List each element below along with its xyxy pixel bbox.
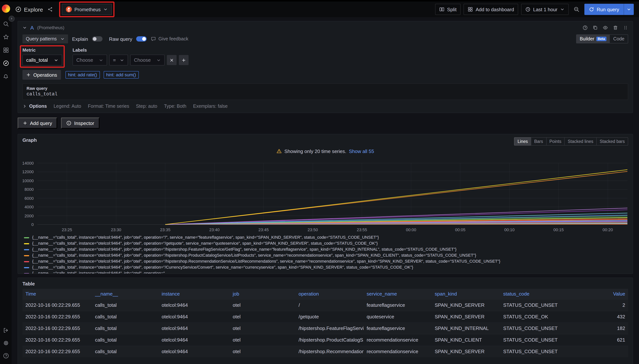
datasource-picker[interactable]: Prometheus (62, 4, 112, 15)
sidebar-signin-button[interactable] (3, 327, 9, 333)
query-hint-button[interactable]: hint: add rate() (65, 71, 100, 78)
show-all-series-link[interactable]: Show all 55 (349, 148, 374, 154)
legend-item[interactable]: {__name__="calls_total", instance="otelc… (24, 235, 628, 241)
builder-mode-button[interactable]: Builder Beta (576, 35, 610, 43)
query-patterns-dropdown[interactable]: Query patterns (22, 34, 68, 44)
metric-select[interactable]: calls_total (22, 54, 62, 66)
column-header-service-name[interactable]: service_name (364, 289, 432, 299)
sidebar-expand-button[interactable]: › (8, 16, 14, 22)
label-value-select[interactable]: Choose (130, 54, 164, 66)
column-header-job[interactable]: job (230, 289, 296, 299)
add-to-dashboard-button[interactable]: Add to dashboard (464, 4, 518, 15)
column-header-Time[interactable]: Time (22, 289, 92, 299)
dashboards-grid-icon (3, 47, 9, 53)
operations-label: Operations (33, 72, 57, 78)
sidebar-explore-button[interactable] (3, 60, 9, 66)
drag-handle[interactable] (623, 25, 628, 30)
legend-series-color (24, 261, 29, 262)
graph-mode-bars[interactable]: Bars (531, 137, 546, 146)
legend-item[interactable]: {__name__="calls_total", instance="otelc… (24, 241, 628, 247)
options-collapse[interactable]: Options (22, 104, 47, 109)
sidebar-dashboards-button[interactable] (3, 47, 9, 53)
graph-mode-lines[interactable]: Lines (514, 137, 531, 146)
chevron-down-icon (156, 58, 161, 62)
column-header-operation[interactable]: operation (296, 289, 364, 299)
run-query-button[interactable]: Run query (584, 4, 634, 15)
plus-icon (26, 72, 31, 77)
graph-mode-points[interactable]: Points (546, 137, 565, 146)
graph-style-switcher: LinesBarsPointsStacked linesStacked bars (514, 137, 628, 146)
column-header-Value[interactable]: Value (564, 289, 628, 299)
legend-item[interactable]: {__name__="calls_total", instance="otelc… (24, 253, 628, 259)
table-cell: SPAN_KIND_SERVER (432, 311, 500, 322)
add-label-filter-button[interactable] (179, 55, 188, 65)
add-query-button[interactable]: Add query (18, 118, 58, 129)
split-button[interactable]: Split (435, 4, 461, 15)
y-axis-labels: 02000400060008000100001200014000 (22, 160, 35, 227)
query-hint-button[interactable]: hint: add sum() (104, 71, 138, 78)
table-cell: SPAN_KIND_INTERNAL (432, 322, 500, 334)
table-row: 2022-10-16 00:22:29.655calls_totalotelco… (22, 299, 628, 311)
options-title: Options (29, 104, 47, 109)
legend-item[interactable]: {__name__="calls_total", instance="otelc… (24, 259, 628, 265)
raw-query-preview: Raw query calls_total (22, 84, 628, 100)
table-row: 2022-10-16 00:22:29.655calls_totalotelco… (22, 346, 628, 357)
query-option-summary: Exemplars: false (193, 104, 228, 109)
explain-toggle[interactable] (92, 36, 103, 42)
duplicate-query-button[interactable] (592, 25, 598, 30)
sidebar-alerting-button[interactable] (3, 73, 9, 79)
close-icon (170, 58, 174, 62)
warning-triangle-icon (276, 148, 282, 154)
sidebar-search-button[interactable] (3, 21, 9, 27)
collapse-chevron-icon[interactable] (22, 26, 27, 30)
query-ref-id: A (30, 25, 34, 31)
disable-query-button[interactable] (603, 25, 608, 30)
search-icon (3, 21, 9, 27)
legend-item[interactable]: {__name__="calls_total", instance="otelc… (24, 265, 628, 271)
zoom-out-time-button[interactable] (572, 6, 582, 12)
share-shortlink-button[interactable] (48, 7, 53, 12)
query-help-button[interactable] (582, 25, 588, 30)
chevron-down-icon (120, 58, 124, 62)
query-option-summary: Format: Time series (88, 104, 129, 109)
legend-item-partial[interactable]: {__name__="calls_total", instance="otelc… (24, 271, 628, 274)
label-name-placeholder: Choose (76, 57, 93, 63)
x-axis-labels: 23:2523:3023:3523:4023:4523:5023:5500:00… (38, 227, 628, 233)
column-header-status-code[interactable]: status_code (500, 289, 564, 299)
code-mode-button[interactable]: Code (610, 35, 628, 43)
sidebar-starred-button[interactable] (3, 34, 9, 40)
label-name-select[interactable]: Choose (72, 54, 107, 66)
column-header-span-kind[interactable]: span_kind (432, 289, 500, 299)
remove-label-filter-button[interactable] (167, 55, 176, 65)
inspector-button[interactable]: Inspector (61, 118, 100, 129)
time-range-picker[interactable]: Last 1 hour (521, 4, 569, 15)
add-operation-button[interactable]: Operations (22, 70, 61, 80)
run-query-dropdown[interactable] (624, 4, 634, 15)
column-header-instance[interactable]: instance (159, 289, 230, 299)
table-cell: / (296, 299, 364, 311)
remove-query-button[interactable] (613, 25, 618, 30)
graph-mode-stacked-bars[interactable]: Stacked bars (596, 137, 628, 146)
give-feedback-link[interactable]: Give feedback (151, 36, 188, 42)
graph-mode-stacked-lines[interactable]: Stacked lines (564, 137, 597, 146)
query-option-summary: Legend: Auto (54, 104, 81, 109)
query-option-summary: Step: auto (136, 104, 157, 109)
x-tick-label: 00:00 (403, 228, 420, 232)
grafana-logo[interactable] (2, 4, 10, 13)
sidebar: › (0, 2, 12, 364)
label-operator-select[interactable]: = (109, 54, 128, 66)
toolbar-actions: Split Add to dashboard Last 1 hour Run q… (435, 4, 634, 15)
top-strip (0, 0, 639, 2)
chevron-down-icon (60, 37, 64, 41)
legend-series-color (24, 237, 29, 238)
explore-toolbar: Explore Prometheus Split (12, 2, 639, 17)
add-to-dashboard-label: Add to dashboard (476, 6, 514, 12)
x-tick-label: 23:25 (59, 228, 75, 232)
y-tick-label: 12000 (22, 170, 34, 174)
sidebar-help-button[interactable] (3, 353, 9, 359)
run-query-main[interactable]: Run query (584, 4, 624, 15)
legend-item[interactable]: {__name__="calls_total", instance="otelc… (24, 247, 628, 253)
sidebar-settings-button[interactable] (3, 340, 9, 346)
raw-query-toggle[interactable] (136, 36, 147, 42)
column-header---name--[interactable]: __name__ (92, 289, 159, 299)
